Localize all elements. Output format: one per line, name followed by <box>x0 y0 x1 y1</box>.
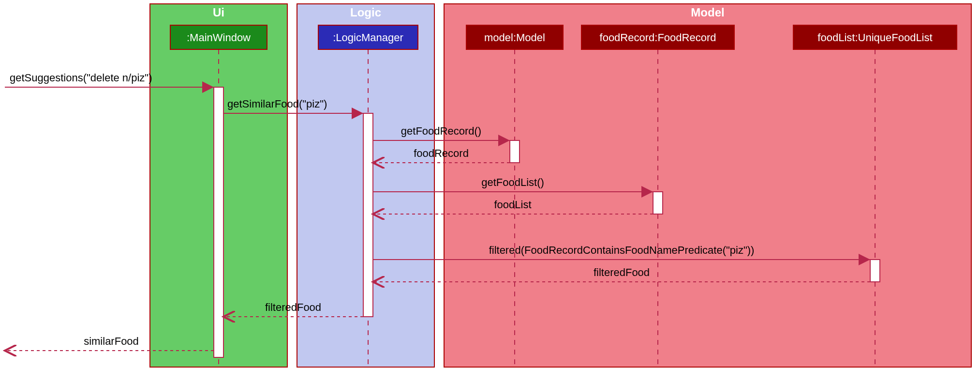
participant-foodlist-label: foodList:UniqueFoodList <box>817 31 932 44</box>
activation-foodrecord <box>653 192 663 214</box>
msg-retFoodRecord-label: foodRecord <box>414 147 469 159</box>
msg-retFilteredFood-label: filteredFood <box>594 266 650 278</box>
participant-model-label: model:Model <box>484 31 545 44</box>
msg-getSuggestions-label: getSuggestions("delete n/piz") <box>10 72 152 84</box>
activation-mainwindow <box>214 87 223 357</box>
msg-getFoodRecord-label: getFoodRecord() <box>401 125 481 137</box>
msg-retFoodList-label: foodList <box>494 199 531 211</box>
activation-foodlist <box>870 260 880 282</box>
msg-retFilteredFood2-label: filteredFood <box>265 301 321 313</box>
msg-filtered-label: filtered(FoodRecordContainsFoodNamePredi… <box>489 244 755 256</box>
activation-model <box>510 140 520 163</box>
participant-foodlist: foodList:UniqueFoodList <box>793 25 957 49</box>
msg-getSimilarFood-label: getSimilarFood("piz") <box>227 98 327 110</box>
participant-foodrecord: foodRecord:FoodRecord <box>581 25 734 49</box>
participant-foodrecord-label: foodRecord:FoodRecord <box>600 31 716 44</box>
sequence-diagram: Ui Logic Model :MainWindow :LogicManager… <box>0 0 980 369</box>
participant-model: model:Model <box>466 25 563 49</box>
msg-retSimilarFood-label: similarFood <box>84 335 139 347</box>
region-ui-label: Ui <box>213 6 224 19</box>
region-logic-label: Logic <box>350 6 381 19</box>
participant-mainwindow-label: :MainWindow <box>187 31 251 44</box>
participant-logicmanager: :LogicManager <box>318 25 418 49</box>
activation-logicmanager <box>363 113 373 317</box>
participant-logicmanager-label: :LogicManager <box>333 31 403 44</box>
region-model-label: Model <box>691 6 724 19</box>
msg-getFoodList-label: getFoodList() <box>481 176 544 188</box>
participant-mainwindow: :MainWindow <box>170 25 267 49</box>
